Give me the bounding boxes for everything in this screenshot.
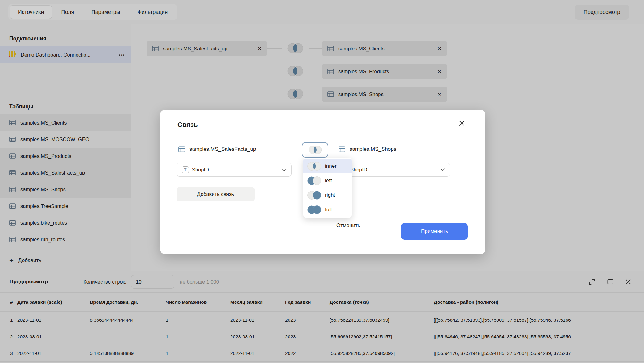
join-type-button[interactable] <box>302 142 328 158</box>
join-option-inner[interactable]: inner <box>303 159 352 173</box>
join-option-right[interactable]: right <box>303 188 352 202</box>
join-left-table: samples.MS_SalesFacts_up <box>178 146 256 152</box>
dialog-close-icon[interactable] <box>459 120 465 128</box>
right-field-select[interactable]: T ShopID <box>335 163 450 177</box>
right-field-value: ShopID <box>350 167 437 173</box>
field-type-icon: T <box>182 166 189 173</box>
join-left-table-name: samples.MS_SalesFacts_up <box>189 146 256 152</box>
join-option-label: inner <box>325 163 337 169</box>
chevron-down-icon <box>440 168 445 171</box>
join-pair-row: samples.MS_SalesFacts_up samples.MS_Shop… <box>160 142 485 158</box>
join-option-left[interactable]: left <box>303 173 352 188</box>
chevron-down-icon <box>282 168 286 171</box>
join-option-full[interactable]: full <box>303 202 352 217</box>
left-field-select[interactable]: T ShopID <box>177 163 292 177</box>
join-option-label: right <box>325 192 335 198</box>
dataset-editor: Источники Поля Параметры Фильтрация Пред… <box>0 0 644 363</box>
cancel-button[interactable]: Отменить <box>336 222 360 229</box>
apply-button[interactable]: Применить <box>401 223 468 240</box>
join-right-table: samples.MS_Shops <box>339 146 396 152</box>
join-option-label: full <box>325 207 332 213</box>
join-connector-line <box>274 150 302 150</box>
join-type-dropdown: inner left right full <box>303 158 352 218</box>
left-field-value: ShopID <box>192 167 279 173</box>
add-link-button[interactable]: Добавить связь <box>177 187 255 201</box>
join-connector-line <box>328 150 339 150</box>
join-option-label: left <box>325 178 332 184</box>
dialog-title: Связь <box>177 121 198 129</box>
join-right-table-name: samples.MS_Shops <box>350 146 396 152</box>
